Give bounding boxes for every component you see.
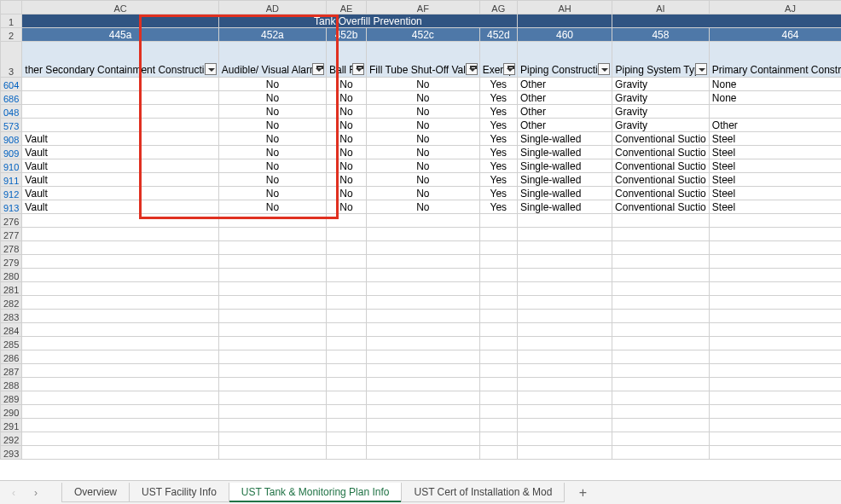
cell-ah[interactable]: Other (518, 105, 612, 119)
cell-af[interactable]: No (367, 91, 480, 105)
sheet-tab-facility[interactable]: UST Facility Info (129, 483, 229, 502)
cell-empty[interactable] (709, 405, 841, 419)
cell-empty[interactable] (218, 364, 326, 378)
cell-ac[interactable]: Vault (22, 146, 218, 159)
cell-af[interactable]: No (367, 200, 480, 214)
row-header[interactable]: 283 (1, 310, 22, 323)
header-ah[interactable]: Piping Construction (518, 42, 612, 78)
cell-empty[interactable] (612, 405, 710, 419)
filter-icon[interactable] (352, 63, 364, 75)
cell-empty[interactable] (709, 446, 841, 460)
cell-ag[interactable]: Yes (479, 173, 517, 187)
cell-af[interactable]: No (367, 119, 480, 132)
cell-ai[interactable]: Conventional Suctio (612, 146, 710, 159)
cell-ad[interactable]: No (218, 146, 326, 159)
cell-ag[interactable]: Yes (479, 146, 517, 159)
row-header[interactable]: 286 (1, 350, 22, 364)
row-header[interactable]: 293 (1, 446, 22, 460)
cell-ac[interactable]: Vault (22, 200, 218, 214)
row-header[interactable]: 277 (1, 228, 22, 241)
cell-empty[interactable] (367, 214, 480, 228)
cell-empty[interactable] (518, 323, 612, 337)
filter-icon[interactable] (598, 63, 610, 75)
cell-ad[interactable]: No (218, 119, 326, 132)
cell-empty[interactable] (709, 255, 841, 269)
cell-empty[interactable] (479, 282, 517, 296)
code-ae[interactable]: 452b (327, 28, 367, 42)
cell-ah[interactable]: Single-walled (518, 200, 612, 214)
cell-ac[interactable] (22, 105, 218, 119)
cell-ad[interactable]: No (218, 91, 326, 105)
cell-empty[interactable] (327, 323, 367, 337)
cell[interactable] (518, 14, 612, 28)
header-aj[interactable]: Primary Containment Construction (709, 42, 841, 78)
cell-empty[interactable] (218, 296, 326, 310)
row-header[interactable]: 686 (1, 91, 22, 105)
cell-ac[interactable]: Vault (22, 159, 218, 173)
header-ag[interactable]: Exemp (479, 42, 517, 78)
row-header[interactable]: 284 (1, 323, 22, 337)
cell-empty[interactable] (327, 296, 367, 310)
cell-empty[interactable] (327, 337, 367, 350)
cell-af[interactable]: No (367, 132, 480, 146)
col-header-AG[interactable]: AG (479, 1, 517, 14)
cell-empty[interactable] (518, 282, 612, 296)
cell-empty[interactable] (367, 310, 480, 323)
row-header[interactable]: 287 (1, 364, 22, 378)
cell-empty[interactable] (479, 255, 517, 269)
filter-icon[interactable] (466, 63, 478, 75)
cell-empty[interactable] (479, 337, 517, 350)
cell-empty[interactable] (709, 241, 841, 255)
merge-product[interactable]: Product / Waste Piping Construction (612, 14, 841, 28)
cell-ad[interactable]: No (218, 173, 326, 187)
row-header[interactable]: 292 (1, 432, 22, 446)
cell-empty[interactable] (367, 350, 480, 364)
cell-ai[interactable]: Gravity (612, 78, 710, 91)
cell-empty[interactable] (518, 310, 612, 323)
cell-empty[interactable] (327, 241, 367, 255)
cell-ae[interactable]: No (327, 105, 367, 119)
cell-empty[interactable] (518, 405, 612, 419)
cell-empty[interactable] (218, 255, 326, 269)
cell-af[interactable]: No (367, 78, 480, 91)
cell-aj[interactable]: None (709, 91, 841, 105)
cell-empty[interactable] (612, 255, 710, 269)
corner-cell[interactable] (1, 1, 22, 14)
cell-empty[interactable] (327, 255, 367, 269)
cell-ag[interactable]: Yes (479, 78, 517, 91)
cell-empty[interactable] (518, 269, 612, 282)
cell-empty[interactable] (612, 228, 710, 241)
cell-ac[interactable]: Vault (22, 132, 218, 146)
cell-empty[interactable] (518, 350, 612, 364)
cell-ae[interactable]: No (327, 91, 367, 105)
cell-empty[interactable] (709, 296, 841, 310)
cell-aj[interactable]: Steel (709, 146, 841, 159)
cell-ah[interactable]: Single-walled (518, 187, 612, 200)
cell-ai[interactable]: Conventional Suctio (612, 159, 710, 173)
cell-empty[interactable] (479, 350, 517, 364)
cell-empty[interactable] (709, 323, 841, 337)
cell-empty[interactable] (218, 419, 326, 432)
cell-aj[interactable]: Steel (709, 132, 841, 146)
cell-empty[interactable] (612, 214, 710, 228)
tab-next-icon[interactable]: › (27, 484, 44, 501)
cell-empty[interactable] (367, 364, 480, 378)
cell-empty[interactable] (367, 282, 480, 296)
cell-ae[interactable]: No (327, 78, 367, 91)
cell-ae[interactable]: No (327, 159, 367, 173)
cell-empty[interactable] (709, 350, 841, 364)
cell-empty[interactable] (22, 350, 218, 364)
cell-empty[interactable] (612, 446, 710, 460)
row-header[interactable]: 1 (1, 14, 22, 28)
cell-empty[interactable] (367, 228, 480, 241)
cell-empty[interactable] (612, 378, 710, 391)
cell-empty[interactable] (327, 364, 367, 378)
code-ah[interactable]: 460 (518, 28, 612, 42)
cell-empty[interactable] (327, 350, 367, 364)
cell-empty[interactable] (367, 391, 480, 405)
cell-empty[interactable] (22, 296, 218, 310)
cell-empty[interactable] (218, 378, 326, 391)
cell-empty[interactable] (327, 391, 367, 405)
row-header[interactable]: 285 (1, 337, 22, 350)
cell-empty[interactable] (327, 269, 367, 282)
